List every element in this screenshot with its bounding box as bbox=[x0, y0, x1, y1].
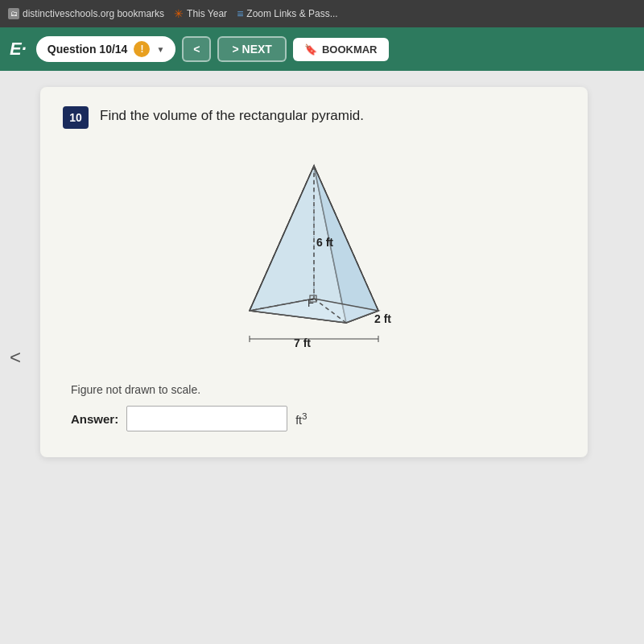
prev-button[interactable]: < bbox=[182, 36, 211, 62]
page-icon: 🗂 bbox=[8, 8, 19, 19]
figure-note: Figure not drawn to scale. bbox=[63, 383, 565, 396]
app-logo: E· bbox=[10, 39, 27, 60]
bookmark-zoom[interactable]: ≡ Zoom Links & Pass... bbox=[237, 7, 338, 20]
next-button[interactable]: > NEXT bbox=[217, 36, 286, 62]
question-pill: Question 10/14 ! ▼ bbox=[36, 36, 176, 62]
question-header: 10 Find the volume of the rectangular py… bbox=[63, 106, 565, 129]
bookmark-icon: 🔖 bbox=[304, 43, 317, 56]
question-card: 10 Find the volume of the rectangular py… bbox=[40, 87, 588, 457]
left-nav-arrow[interactable]: < bbox=[10, 346, 21, 369]
star-icon: ✳ bbox=[174, 7, 184, 20]
browser-bar: 🗂 distinctiveschools.org bookmarks ✳ Thi… bbox=[0, 0, 644, 27]
bookmark-this-year[interactable]: ✳ This Year bbox=[174, 7, 227, 20]
answer-label: Answer: bbox=[71, 412, 118, 426]
question-label: Question 10/14 bbox=[47, 43, 128, 56]
bookmark-button[interactable]: 🔖 BOOKMAR bbox=[293, 38, 389, 61]
svg-text:7 ft: 7 ft bbox=[294, 336, 311, 349]
diagram-container: F 6 ft 2 ft 7 ft bbox=[63, 142, 565, 367]
svg-text:2 ft: 2 ft bbox=[374, 312, 391, 325]
toolbar: E· Question 10/14 ! ▼ < > NEXT 🔖 BOOKMAR bbox=[0, 27, 644, 71]
lines-icon: ≡ bbox=[237, 7, 243, 20]
pyramid-diagram: F 6 ft 2 ft 7 ft bbox=[185, 142, 443, 367]
unit-label: ft3 bbox=[295, 411, 307, 427]
question-number: 10 bbox=[63, 106, 89, 129]
answer-input[interactable] bbox=[126, 406, 287, 431]
chevron-down-icon: ▼ bbox=[156, 45, 164, 54]
question-text: Find the volume of the rectangular pyram… bbox=[100, 106, 364, 124]
svg-text:F: F bbox=[308, 297, 314, 309]
info-badge: ! bbox=[134, 41, 150, 57]
answer-row: Answer: ft3 bbox=[63, 406, 565, 431]
bookmark-schools[interactable]: 🗂 distinctiveschools.org bookmarks bbox=[8, 8, 164, 19]
svg-text:6 ft: 6 ft bbox=[316, 236, 333, 249]
main-content: < 10 Find the volume of the rectangular … bbox=[0, 71, 644, 644]
